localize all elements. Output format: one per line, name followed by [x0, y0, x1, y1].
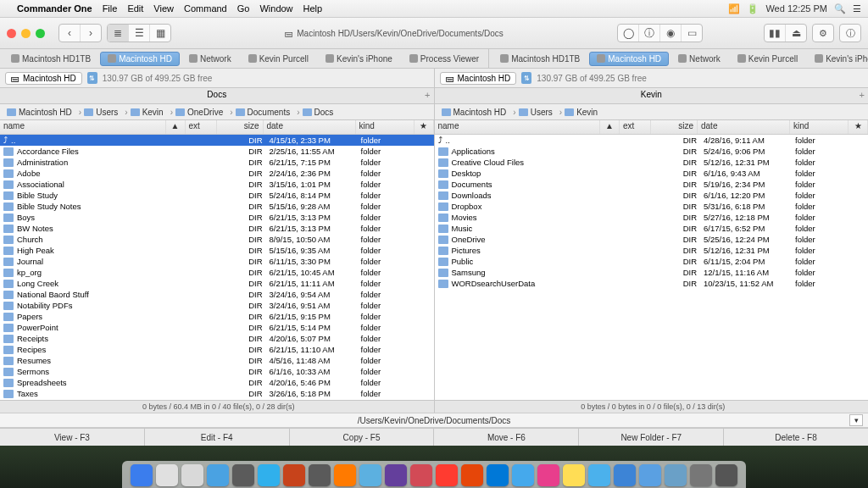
forward-button[interactable]: › [81, 25, 101, 42]
file-list-right[interactable]: ⤴..DIR4/28/16, 9:11 AMfolderApplications… [435, 135, 869, 400]
location-process-viewer[interactable]: Process Viewer [402, 52, 487, 66]
settings-button[interactable]: ⚙ [812, 24, 834, 42]
location-kevin-s-iphone[interactable]: Kevin's iPhone [807, 52, 868, 66]
view-columns-button[interactable]: ☰ [129, 25, 150, 42]
fkey-delete-f8[interactable]: Delete - F8 [724, 429, 868, 446]
table-row[interactable]: ReceiptsDIR4/20/16, 5:07 PMfolder [0, 333, 434, 344]
dock-app-20[interactable] [639, 464, 661, 486]
location-macintosh-hd1tb[interactable]: Macintosh HD1TB [3, 52, 98, 66]
crumb-macintosh-hd[interactable]: Macintosh HD [438, 108, 510, 117]
table-row[interactable]: SpreadsheetsDIR4/20/16, 5:46 PMfolder [0, 377, 434, 388]
table-row[interactable]: kp_orgDIR6/21/15, 10:45 AMfolder [0, 267, 434, 278]
menu-file[interactable]: File [103, 3, 118, 14]
crumb-users[interactable]: ›Users [509, 108, 555, 117]
table-row[interactable]: PicturesDIR5/12/16, 12:31 PMfolder [435, 245, 869, 256]
dock-app-4[interactable] [232, 464, 254, 486]
drive-stepper-left[interactable]: ⇅ [87, 72, 97, 84]
table-row[interactable]: National Baord StuffDIR3/24/16, 9:54 AMf… [0, 289, 434, 300]
table-row[interactable]: MoviesDIR5/27/16, 12:18 PMfolder [435, 212, 869, 223]
table-row[interactable]: ChurchDIR8/9/15, 10:50 AMfolder [0, 234, 434, 245]
table-row[interactable]: Bible Study NotesDIR5/15/16, 9:28 AMfold… [0, 201, 434, 212]
table-row[interactable]: Creative Cloud FilesDIR5/12/16, 12:31 PM… [435, 157, 869, 168]
col-kind[interactable]: kind [790, 120, 849, 134]
crumb-docs[interactable]: ›Docs [293, 108, 337, 117]
col-date[interactable]: date [698, 120, 790, 134]
dock-app-23[interactable] [715, 464, 737, 486]
pause-button[interactable]: ▮▮ [765, 25, 786, 42]
dock-app-19[interactable] [614, 464, 636, 486]
close-window-button[interactable] [7, 29, 16, 38]
dock-app-15[interactable] [512, 464, 534, 486]
spotlight-icon[interactable]: 🔍 [834, 3, 846, 14]
table-row[interactable]: ApplicationsDIR5/24/16, 9:06 PMfolder [435, 146, 869, 157]
location-kevin-s-iphone[interactable]: Kevin's iPhone [318, 52, 400, 66]
clock[interactable]: Wed 12:25 PM [765, 3, 827, 14]
location-network[interactable]: Network [670, 52, 728, 66]
crumb-kevin[interactable]: ›Kevin [556, 108, 601, 117]
dock-app-10[interactable] [385, 464, 407, 486]
col-star[interactable]: ★ [849, 120, 868, 134]
fkey-edit-f4[interactable]: Edit - F4 [145, 429, 290, 446]
col-date[interactable]: date [264, 120, 356, 134]
panel-tab-right[interactable]: Kevin+ [435, 88, 869, 103]
location-macintosh-hd[interactable]: Macintosh HD [100, 52, 180, 66]
location-macintosh-hd1tb[interactable]: Macintosh HD1TB [492, 52, 587, 66]
location-macintosh-hd[interactable]: Macintosh HD [589, 52, 669, 66]
table-row[interactable]: DocumentsDIR5/19/16, 2:34 PMfolder [435, 179, 869, 190]
drive-stepper-right[interactable]: ⇅ [521, 72, 531, 84]
col-name[interactable]: name [435, 120, 601, 134]
view-thumb-button[interactable]: ▦ [150, 25, 170, 42]
dock-app-0[interactable] [131, 464, 153, 486]
dock-app-16[interactable] [537, 464, 559, 486]
back-button[interactable]: ‹ [59, 25, 81, 42]
location-kevin-purcell[interactable]: Kevin Purcell [241, 52, 316, 66]
add-tab-left[interactable]: + [425, 90, 430, 100]
table-row[interactable]: PublicDIR6/11/15, 2:04 PMfolder [435, 256, 869, 267]
fkey-move-f6[interactable]: Move - F6 [434, 429, 579, 446]
table-row[interactable]: BW NotesDIR6/21/15, 3:13 PMfolder [0, 223, 434, 234]
file-list-left[interactable]: ⤴..DIR4/15/16, 2:33 PMfolderAccordance F… [0, 135, 434, 400]
table-row[interactable]: RecipesDIR6/21/15, 11:10 AMfolder [0, 344, 434, 355]
crumb-onedrive[interactable]: ›OneDrive [167, 108, 227, 117]
preview-button[interactable]: ◉ [660, 25, 682, 42]
table-row[interactable]: SamsungDIR12/1/15, 11:16 AMfolder [435, 267, 869, 278]
dock-app-8[interactable] [334, 464, 356, 486]
crumb-macintosh-hd[interactable]: Macintosh HD [3, 108, 75, 117]
table-row[interactable]: DownloadsDIR6/1/16, 12:20 PMfolder [435, 190, 869, 201]
info-button[interactable]: ⓘ [839, 24, 861, 42]
col-sort-icon[interactable]: ▲ [600, 120, 620, 134]
menu-edit[interactable]: Edit [127, 3, 143, 14]
battery-icon[interactable]: 🔋 [747, 3, 759, 14]
dock-app-18[interactable] [588, 464, 610, 486]
table-row[interactable]: Bible StudyDIR5/24/16, 8:14 PMfolder [0, 190, 434, 201]
add-tab-right[interactable]: + [860, 90, 865, 100]
col-name[interactable]: name [0, 120, 166, 134]
view-list-button[interactable]: ≣ [108, 25, 129, 42]
col-size[interactable]: size [651, 120, 698, 134]
minimize-window-button[interactable] [21, 29, 31, 38]
table-row[interactable]: BoysDIR6/21/15, 3:13 PMfolder [0, 212, 434, 223]
table-row[interactable]: Accordance FilesDIR2/25/16, 11:55 AMfold… [0, 146, 434, 157]
drive-select-left[interactable]: 🖴Macintosh HD [5, 72, 82, 85]
col-ext[interactable]: ext [186, 120, 217, 134]
dock-app-17[interactable] [563, 464, 585, 486]
table-row[interactable]: JournalDIR6/11/15, 3:30 PMfolder [0, 256, 434, 267]
table-row[interactable]: High PeakDIR5/15/16, 9:35 AMfolder [0, 245, 434, 256]
notifications-icon[interactable]: ☰ [853, 3, 861, 14]
hidden-files-button[interactable]: ⓘ [639, 25, 660, 42]
menu-window[interactable]: Window [259, 3, 292, 14]
dock-app-6[interactable] [283, 464, 305, 486]
path-bar[interactable]: /Users/Kevin/OneDrive/Documents/Docs ▾ [0, 413, 868, 428]
path-dropdown[interactable]: ▾ [849, 414, 863, 426]
menu-command[interactable]: Command [184, 3, 227, 14]
col-sort-icon[interactable]: ▲ [166, 120, 186, 134]
table-row[interactable]: DesktopDIR6/1/16, 9:43 AMfolder [435, 168, 869, 179]
col-ext[interactable]: ext [620, 120, 651, 134]
zoom-window-button[interactable] [36, 29, 45, 38]
dock-app-5[interactable] [258, 464, 280, 486]
menu-view[interactable]: View [153, 3, 174, 14]
table-row[interactable]: ⤴..DIR4/15/16, 2:33 PMfolder [0, 135, 434, 146]
dock-app-22[interactable] [690, 464, 712, 486]
col-size[interactable]: size [217, 120, 264, 134]
app-name[interactable]: Commander One [17, 3, 92, 14]
